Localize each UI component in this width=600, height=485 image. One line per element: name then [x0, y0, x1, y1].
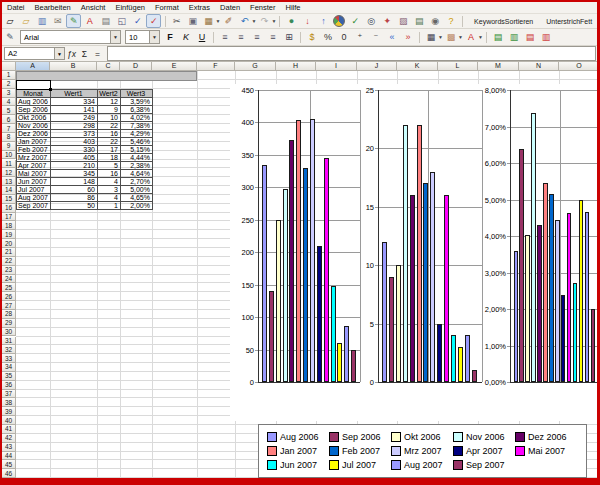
table-cell[interactable]: 5,15%	[121, 145, 153, 153]
legend-item[interactable]: Jan 2007	[267, 444, 329, 458]
sort-descending-icon[interactable]: ↑	[316, 14, 331, 28]
table-cell[interactable]: 86	[51, 193, 98, 201]
table-cell[interactable]: 298	[51, 121, 98, 129]
bar-jan-2007[interactable]	[543, 183, 547, 382]
align-justify-icon[interactable]: ≡	[266, 30, 281, 44]
bar-sep-2007[interactable]	[591, 309, 595, 382]
table-cell[interactable]: 403	[51, 137, 98, 145]
align-left-icon[interactable]: ≡	[218, 30, 233, 44]
table-cell[interactable]: 4,02%	[121, 113, 153, 121]
bar-jul-2007[interactable]	[337, 343, 342, 382]
row-header-46[interactable]: 46	[2, 469, 16, 478]
bar-feb-2007[interactable]	[303, 168, 308, 382]
bar-jun-2007[interactable]	[451, 335, 456, 382]
table-cell[interactable]: 22	[98, 137, 121, 145]
bar-apr-2007[interactable]	[561, 295, 565, 382]
column-header-F[interactable]: F	[197, 61, 235, 71]
legend-item[interactable]: Okt 2006	[391, 430, 453, 444]
table-cell[interactable]: Sep 2006	[17, 105, 51, 113]
table-cell[interactable]: 18	[98, 153, 121, 161]
table-cell[interactable]: 334	[51, 97, 98, 105]
row-header-41[interactable]: 41	[2, 425, 16, 434]
copy-icon[interactable]: ▣	[185, 14, 200, 28]
menu-hilfe[interactable]: Hilfe	[281, 3, 306, 12]
table-header-wert3[interactable]: Wert3	[121, 89, 153, 97]
pdf-export-icon[interactable]: A	[82, 14, 97, 28]
zoom-icon[interactable]: ◉	[428, 14, 443, 28]
menu-einfgen[interactable]: Einfügen	[110, 3, 150, 12]
bar-okt-2006[interactable]	[276, 220, 281, 382]
bar-mai-2007[interactable]	[324, 158, 329, 382]
spreadsheet-grid[interactable]: ABCDEFGHIJKLMNO1234567891011121314151617…	[2, 61, 597, 478]
italic-button[interactable]: K	[179, 30, 194, 44]
column-header-J[interactable]: J	[357, 61, 397, 71]
bar-dez-2006[interactable]	[537, 225, 541, 382]
delete-rows-icon[interactable]: ▤	[523, 30, 538, 44]
column-header-I[interactable]: I	[316, 61, 357, 71]
column-header-D[interactable]: D	[120, 61, 152, 71]
table-cell[interactable]: 4	[98, 177, 121, 185]
table-cell[interactable]: 2,00%	[121, 201, 153, 209]
table-cell[interactable]: 22	[98, 121, 121, 129]
currency-format-icon[interactable]: $	[305, 30, 320, 44]
table-cell[interactable]: 4,44%	[121, 153, 153, 161]
table-cell[interactable]: Jun 2007	[17, 177, 51, 185]
legend-item[interactable]: Mrz 2007	[391, 444, 453, 458]
table-cell[interactable]: 141	[51, 105, 98, 113]
page-preview-icon[interactable]: ◱	[114, 14, 129, 28]
menu-extras[interactable]: Extras	[184, 3, 215, 12]
row-header-25[interactable]: 25	[2, 283, 16, 292]
align-right-icon[interactable]: ≡	[250, 30, 265, 44]
row-header-39[interactable]: 39	[2, 407, 16, 416]
autospellcheck-icon[interactable]: ✓	[146, 14, 161, 28]
row-header-38[interactable]: 38	[2, 398, 16, 407]
table-cell[interactable]: Mai 2007	[17, 169, 51, 177]
chart-legend[interactable]: Aug 2006Sep 2006Okt 2006Nov 2006Dez 2006…	[258, 424, 587, 478]
table-cell[interactable]: 7,38%	[121, 121, 153, 129]
bar-dez-2006[interactable]	[289, 140, 294, 382]
table-cell[interactable]: Nov 2006	[17, 121, 51, 129]
insert-rows-icon[interactable]: ▤	[491, 30, 506, 44]
row-header-29[interactable]: 29	[2, 319, 16, 328]
font-size-select[interactable]: 10 ▼	[125, 30, 160, 44]
legend-item[interactable]: Dez 2006	[515, 430, 577, 444]
bar-mai-2007[interactable]	[567, 213, 571, 382]
chevron-down-icon[interactable]: ▼	[54, 48, 64, 59]
table-cell[interactable]: 12	[98, 97, 121, 105]
bar-mrz-2007[interactable]	[555, 220, 559, 382]
row-header-6[interactable]: 6	[2, 115, 16, 124]
legend-item[interactable]: Feb 2007	[329, 444, 391, 458]
decrease-indent-icon[interactable]: «	[385, 30, 400, 44]
table-cell[interactable]: 3,59%	[121, 97, 153, 105]
table-cell[interactable]: Apr 2007	[17, 161, 51, 169]
table-cell[interactable]: Aug 2007	[17, 193, 51, 201]
column-header-N[interactable]: N	[519, 61, 559, 71]
row-header-37[interactable]: 37	[2, 390, 16, 399]
row-header-32[interactable]: 32	[2, 345, 16, 354]
insert-columns-icon[interactable]: ▥	[507, 30, 522, 44]
row-header-42[interactable]: 42	[2, 434, 16, 443]
bar-okt-2006[interactable]	[396, 265, 401, 382]
table-cell[interactable]: Aug 2006	[17, 97, 51, 105]
row-header-7[interactable]: 7	[2, 124, 16, 133]
table-cell[interactable]: 60	[51, 185, 98, 193]
row-header-14[interactable]: 14	[2, 186, 16, 195]
menu-bearbeiten[interactable]: Bearbeiten	[30, 3, 76, 12]
row-header-4[interactable]: 4	[2, 98, 16, 107]
bar-mai-2007[interactable]	[444, 195, 449, 382]
table-cell[interactable]: 148	[51, 177, 98, 185]
help-icon[interactable]: ?	[444, 14, 459, 28]
bar-okt-2006[interactable]	[525, 235, 529, 382]
table-cell[interactable]: 4,65%	[121, 193, 153, 201]
bar-sep-2006[interactable]	[519, 149, 523, 382]
row-header-16[interactable]: 16	[2, 204, 16, 213]
paste-icon[interactable]: ▦	[201, 14, 216, 28]
table-cell[interactable]: Mrz 2007	[17, 153, 51, 161]
check-icon[interactable]: ✓	[348, 14, 363, 28]
edit-mode-icon[interactable]: ✎	[66, 14, 81, 28]
menu-fenster[interactable]: Fenster	[245, 3, 280, 12]
undo-icon[interactable]: ↶	[237, 14, 252, 28]
column-header-B[interactable]: B	[50, 61, 97, 71]
row-header-35[interactable]: 35	[2, 372, 16, 381]
row-header-26[interactable]: 26	[2, 292, 16, 301]
